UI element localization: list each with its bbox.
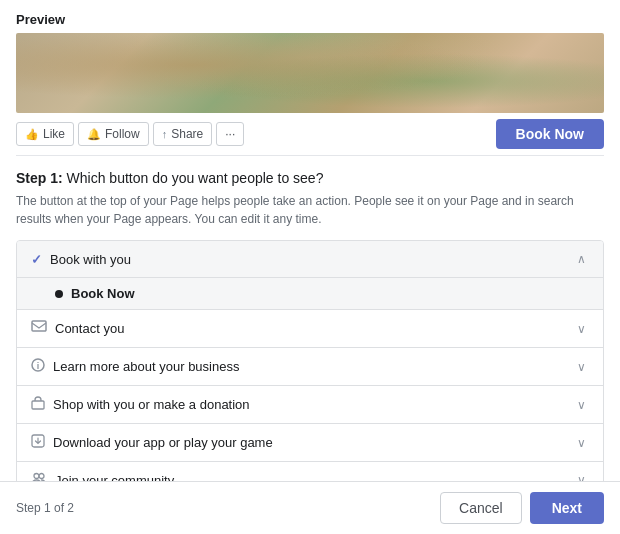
preview-section: Preview 👍 Like 🔔 Follow ↑ Share ··· — [0, 0, 620, 156]
shop-label: Shop with you or make a donation — [53, 397, 250, 412]
social-buttons: 👍 Like 🔔 Follow ↑ Share ··· — [16, 122, 244, 146]
chevron-down-download-icon — [573, 435, 589, 451]
preview-image — [16, 33, 604, 113]
chevron-down-shop-icon — [573, 397, 589, 413]
accordion-group-learn-more: i Learn more about your business — [17, 348, 603, 386]
preview-label: Preview — [16, 12, 604, 27]
accordion-header-left-shop: Shop with you or make a donation — [31, 396, 250, 413]
chevron-up-icon — [573, 251, 589, 267]
follow-icon: 🔔 — [87, 128, 101, 141]
accordion-group-community: Join your community — [17, 462, 603, 481]
learn-more-icon: i — [31, 358, 45, 375]
cancel-button[interactable]: Cancel — [440, 492, 522, 524]
step-number: Step 1: — [16, 170, 63, 186]
like-label: Like — [43, 127, 65, 141]
accordion-header-download[interactable]: Download your app or play your game — [17, 424, 603, 461]
book-now-preview-button[interactable]: Book Now — [496, 119, 604, 149]
community-label: Join your community — [55, 473, 174, 482]
step-description: The button at the top of your Page helps… — [16, 192, 604, 228]
like-icon: 👍 — [25, 128, 39, 141]
dot-icon — [55, 290, 63, 298]
chevron-down-community-icon — [573, 472, 589, 481]
community-icon — [31, 472, 47, 481]
accordion-header-left-download: Download your app or play your game — [31, 434, 273, 451]
step-indicator: Step 1 of 2 — [16, 501, 74, 515]
accordion-header-book-with-you[interactable]: ✓ Book with you — [17, 241, 603, 277]
download-label: Download your app or play your game — [53, 435, 273, 450]
preview-image-overlay — [16, 33, 604, 113]
chevron-down-learn-icon — [573, 359, 589, 375]
more-button[interactable]: ··· — [216, 122, 244, 146]
svg-rect-3 — [32, 401, 44, 409]
download-icon — [31, 434, 45, 451]
follow-label: Follow — [105, 127, 140, 141]
accordion-header-contact-you[interactable]: Contact you — [17, 310, 603, 347]
accordion-group-book-with-you: ✓ Book with you Book Now — [17, 241, 603, 310]
svg-point-5 — [34, 474, 39, 479]
step-question: Which button do you want people to see? — [67, 170, 324, 186]
book-with-you-label: Book with you — [50, 252, 131, 267]
contact-you-label: Contact you — [55, 321, 124, 336]
accordion: ✓ Book with you Book Now — [16, 240, 604, 481]
contact-icon — [31, 320, 47, 337]
preview-actions-bar: 👍 Like 🔔 Follow ↑ Share ··· Book Now — [16, 113, 604, 156]
share-label: Share — [171, 127, 203, 141]
footer-buttons: Cancel Next — [440, 492, 604, 524]
accordion-header-shop[interactable]: Shop with you or make a donation — [17, 386, 603, 423]
accordion-header-learn-more[interactable]: i Learn more about your business — [17, 348, 603, 385]
main-container: Preview 👍 Like 🔔 Follow ↑ Share ··· — [0, 0, 620, 534]
like-button[interactable]: 👍 Like — [16, 122, 74, 146]
accordion-header-left-contact: Contact you — [31, 320, 124, 337]
more-label: ··· — [225, 127, 235, 141]
accordion-header-community[interactable]: Join your community — [17, 462, 603, 481]
next-button[interactable]: Next — [530, 492, 604, 524]
accordion-group-shop: Shop with you or make a donation — [17, 386, 603, 424]
svg-text:i: i — [37, 361, 40, 371]
accordion-header-left-learn: i Learn more about your business — [31, 358, 239, 375]
chevron-down-contact-icon — [573, 321, 589, 337]
accordion-header-left: ✓ Book with you — [31, 252, 131, 267]
accordion-group-contact-you: Contact you — [17, 310, 603, 348]
svg-point-6 — [39, 474, 44, 479]
follow-button[interactable]: 🔔 Follow — [78, 122, 149, 146]
svg-rect-0 — [32, 321, 46, 331]
accordion-header-left-community: Join your community — [31, 472, 174, 481]
learn-more-label: Learn more about your business — [53, 359, 239, 374]
book-now-sub-label: Book Now — [71, 286, 135, 301]
shop-icon — [31, 396, 45, 413]
check-icon: ✓ — [31, 252, 42, 267]
book-now-sub-item[interactable]: Book Now — [17, 277, 603, 309]
accordion-group-download: Download your app or play your game — [17, 424, 603, 462]
share-button[interactable]: ↑ Share — [153, 122, 213, 146]
share-icon: ↑ — [162, 128, 168, 140]
step-title: Step 1: Which button do you want people … — [16, 170, 604, 186]
step-section: Step 1: Which button do you want people … — [0, 156, 620, 481]
footer: Step 1 of 2 Cancel Next — [0, 481, 620, 534]
